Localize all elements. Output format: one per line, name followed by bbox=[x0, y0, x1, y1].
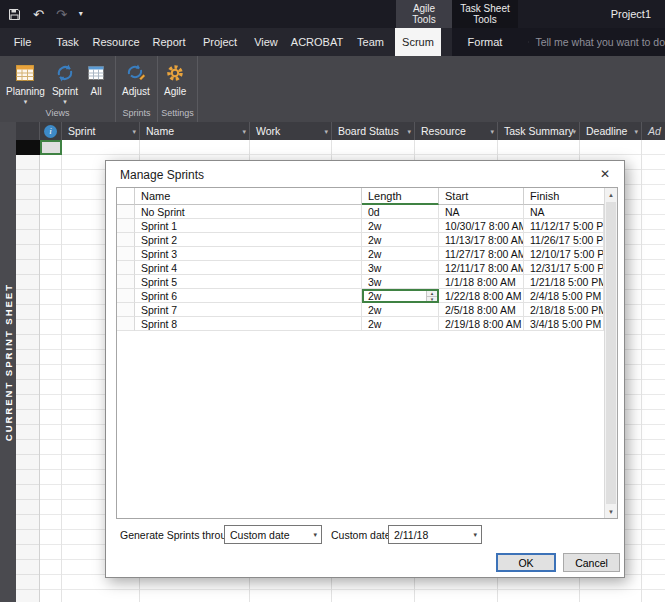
active-cell[interactable] bbox=[40, 140, 62, 155]
cell-finish[interactable]: 2/4/18 5:00 PM bbox=[524, 289, 604, 303]
tab-acrobat[interactable]: ACROBAT bbox=[288, 28, 346, 56]
column-header-task-summary[interactable]: Task Summary▾ bbox=[498, 122, 580, 140]
cell-name[interactable]: Sprint 6 bbox=[135, 289, 362, 303]
redo-button[interactable]: ↷ bbox=[56, 8, 67, 21]
tab-task[interactable]: Task bbox=[45, 28, 90, 56]
custom-date-select[interactable]: 2/11/18 ▾ bbox=[388, 525, 482, 544]
cell-start[interactable]: 12/11/17 8:00 AM bbox=[439, 261, 524, 275]
cell-start[interactable]: 2/5/18 8:00 AM bbox=[439, 303, 524, 317]
cell-name[interactable]: Sprint 7 bbox=[135, 303, 362, 317]
table-row[interactable]: Sprint 2 2w 11/13/17 8:00 AM 11/26/17 5:… bbox=[117, 233, 604, 247]
all-button[interactable]: All bbox=[82, 60, 110, 97]
row-selector[interactable] bbox=[117, 275, 135, 289]
cell-name[interactable]: No Sprint bbox=[135, 205, 362, 219]
row-selector[interactable] bbox=[117, 247, 135, 261]
row-header-column[interactable] bbox=[16, 140, 40, 602]
planning-button[interactable]: Planning ▾ bbox=[3, 60, 48, 104]
table-row[interactable]: Sprint 8 2w 2/19/18 8:00 AM 3/4/18 5:00 … bbox=[117, 317, 604, 331]
tab-format[interactable]: Format bbox=[452, 28, 518, 56]
cell-start[interactable]: 1/1/18 8:00 AM bbox=[439, 275, 524, 289]
table-row[interactable]: Sprint 1 2w 10/30/17 8:00 AM 11/12/17 5:… bbox=[117, 219, 604, 233]
scroll-up-icon[interactable]: ▲ bbox=[605, 188, 617, 201]
row-selector[interactable] bbox=[117, 261, 135, 275]
save-button[interactable] bbox=[8, 8, 21, 21]
table-header-start[interactable]: Start bbox=[439, 188, 524, 205]
table-row[interactable]: Sprint 3 2w 11/27/17 8:00 AM 12/10/17 5:… bbox=[117, 247, 604, 261]
cell-length[interactable]: 2w bbox=[362, 303, 439, 317]
row-selector[interactable] bbox=[117, 219, 135, 233]
tab-view[interactable]: View bbox=[244, 28, 288, 56]
spinner-down-icon[interactable]: ▾ bbox=[427, 297, 437, 302]
row-header-corner[interactable] bbox=[16, 122, 40, 140]
length-spinner[interactable]: ▴ ▾ bbox=[426, 291, 437, 301]
row-selector[interactable] bbox=[117, 317, 135, 331]
table-row[interactable]: No Sprint 0d NA NA bbox=[117, 205, 604, 219]
tab-team[interactable]: Team bbox=[346, 28, 395, 56]
cell-length[interactable]: 3w bbox=[362, 275, 439, 289]
row-selector[interactable] bbox=[117, 303, 135, 317]
cell-finish[interactable]: 12/31/17 5:00 PM bbox=[524, 261, 604, 275]
column-header-sprint[interactable]: Sprint▾ bbox=[62, 122, 140, 140]
cell-finish[interactable]: 12/10/17 5:00 PM bbox=[524, 247, 604, 261]
cell-start[interactable]: NA bbox=[439, 205, 524, 219]
table-header-name[interactable]: Name bbox=[135, 188, 362, 205]
tab-scrum[interactable]: Scrum bbox=[395, 28, 441, 56]
tab-report[interactable]: Report bbox=[142, 28, 196, 56]
tab-resource[interactable]: Resource bbox=[90, 28, 142, 56]
row-selector[interactable] bbox=[117, 289, 135, 303]
column-header-deadline[interactable]: Deadline▾ bbox=[580, 122, 642, 140]
cell-start[interactable]: 1/22/18 8:00 AM bbox=[439, 289, 524, 303]
undo-button[interactable]: ↶ bbox=[33, 8, 44, 21]
cell-length-selected[interactable]: 2w ▴ ▾ bbox=[362, 289, 439, 303]
cell-start[interactable]: 11/27/17 8:00 AM bbox=[439, 247, 524, 261]
table-row[interactable]: Sprint 7 2w 2/5/18 8:00 AM 2/18/18 5:00 … bbox=[117, 303, 604, 317]
row-selector[interactable] bbox=[117, 233, 135, 247]
column-header-name[interactable]: Name▾ bbox=[140, 122, 250, 140]
tab-file[interactable]: File bbox=[0, 28, 45, 56]
cell-name[interactable]: Sprint 1 bbox=[135, 219, 362, 233]
cell-start[interactable]: 10/30/17 8:00 AM bbox=[439, 219, 524, 233]
contextual-header-agile-tools[interactable]: Agile Tools bbox=[396, 0, 452, 28]
cell-length[interactable]: 2w bbox=[362, 233, 439, 247]
cell-start[interactable]: 11/13/17 8:00 AM bbox=[439, 233, 524, 247]
selected-row-header-cell[interactable] bbox=[16, 140, 40, 155]
cell-name[interactable]: Sprint 4 bbox=[135, 261, 362, 275]
generate-through-select[interactable]: Custom date ▾ bbox=[224, 525, 322, 544]
column-header-board-status[interactable]: Board Status▾ bbox=[332, 122, 415, 140]
cell-name[interactable]: Sprint 8 bbox=[135, 317, 362, 331]
table-row-selected[interactable]: Sprint 6 2w ▴ ▾ 1/22/18 8:00 AM 2/4/18 5… bbox=[117, 289, 604, 303]
contextual-header-task-sheet-tools[interactable]: Task Sheet Tools bbox=[452, 0, 518, 28]
cell-length[interactable]: 0d bbox=[362, 205, 439, 219]
agile-button[interactable]: Agile bbox=[161, 60, 189, 97]
tell-me-box[interactable]: Tell me what you want to do bbox=[518, 28, 665, 56]
scrollbar-thumb[interactable] bbox=[606, 202, 616, 504]
cell-finish[interactable]: NA bbox=[524, 205, 604, 219]
cell-length[interactable]: 2w bbox=[362, 317, 439, 331]
row-selector[interactable] bbox=[117, 205, 135, 219]
sprint-button[interactable]: Sprint ▾ bbox=[49, 60, 81, 104]
table-row[interactable]: Sprint 4 3w 12/11/17 8:00 AM 12/31/17 5:… bbox=[117, 261, 604, 275]
cell-length[interactable]: 2w bbox=[362, 247, 439, 261]
ok-button[interactable]: OK bbox=[496, 553, 556, 572]
tab-project[interactable]: Project bbox=[196, 28, 244, 56]
cell-name[interactable]: Sprint 2 bbox=[135, 233, 362, 247]
qat-customize-button[interactable]: ▾ bbox=[79, 10, 83, 18]
cell-finish[interactable]: 1/21/18 5:00 PM bbox=[524, 275, 604, 289]
vertical-scrollbar[interactable]: ▲ ▼ bbox=[604, 188, 617, 518]
column-header-add-new[interactable]: Ad bbox=[642, 122, 665, 140]
cell-finish[interactable]: 3/4/18 5:00 PM bbox=[524, 317, 604, 331]
cell-finish[interactable]: 11/26/17 5:00 PM bbox=[524, 233, 604, 247]
cell-finish[interactable]: 2/18/18 5:00 PM bbox=[524, 303, 604, 317]
cancel-button[interactable]: Cancel bbox=[563, 553, 620, 572]
cell-name[interactable]: Sprint 3 bbox=[135, 247, 362, 261]
table-row[interactable]: Sprint 5 3w 1/1/18 8:00 AM 1/21/18 5:00 … bbox=[117, 275, 604, 289]
column-header-info[interactable]: i bbox=[40, 122, 62, 140]
cell-length[interactable]: 2w bbox=[362, 219, 439, 233]
scroll-down-icon[interactable]: ▼ bbox=[605, 505, 617, 518]
table-header-length[interactable]: Length bbox=[362, 188, 439, 205]
close-icon[interactable]: ✕ bbox=[596, 166, 614, 182]
adjust-button[interactable]: Adjust bbox=[119, 60, 153, 97]
cell-length[interactable]: 3w bbox=[362, 261, 439, 275]
cell-finish[interactable]: 11/12/17 5:00 PM bbox=[524, 219, 604, 233]
column-header-resource[interactable]: Resource▾ bbox=[415, 122, 498, 140]
